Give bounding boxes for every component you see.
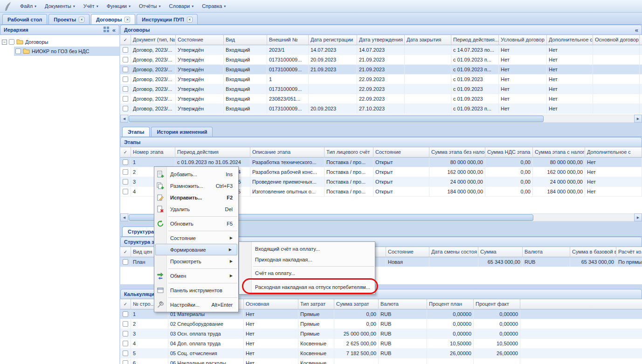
scroll-right-button[interactable]: ▶ — [634, 213, 642, 221]
column-header[interactable]: Описание этапа — [250, 147, 324, 158]
menu-item-toolbar[interactable]: Панель инструментов — [154, 284, 238, 296]
row-checkbox[interactable] — [123, 169, 128, 175]
column-header[interactable]: Сумма НДС этапа — [485, 147, 533, 158]
row-checkbox[interactable] — [123, 341, 128, 346]
calc-row[interactable]: 2 02 Спецоборудование Нет Прямые 0,00 RU… — [120, 319, 642, 329]
contract-row[interactable]: Договор, 2023/... Утверждён Входящий 017… — [120, 104, 642, 114]
select-all-header[interactable]: ✓ — [120, 299, 131, 309]
row-checkbox[interactable] — [123, 159, 128, 165]
column-header[interactable]: Валюта — [379, 299, 427, 309]
column-header[interactable]: Тип затрат — [298, 299, 334, 309]
column-header[interactable]: Процент план — [427, 299, 474, 309]
tab-desktop[interactable]: Рабочий стол — [2, 14, 47, 24]
menu-item-add[interactable]: Добавить... Ins — [154, 168, 238, 180]
calc-row[interactable]: 3 03 Осн. оплата труда Нет Прямые 25 000… — [120, 329, 642, 339]
stage-row[interactable]: 1 с 01.09.2023 по 31.05.2024 Разработка … — [120, 158, 642, 167]
tree-node-selected[interactable]: НИОКР по ГОЗ без НДС — [14, 47, 119, 56]
contract-row[interactable]: Договор, 2023/... Утверждён Входящий 017… — [120, 84, 642, 94]
column-header[interactable]: Расчёт ко... — [616, 247, 642, 257]
select-all-header[interactable]: ✓ — [120, 247, 131, 257]
close-icon[interactable]: × — [187, 17, 193, 22]
menu-item-view[interactable]: Просмотреть ▶ — [154, 255, 238, 267]
close-icon[interactable]: × — [79, 17, 84, 22]
column-header[interactable]: Номер этапа — [131, 147, 175, 158]
menu-item-delete[interactable]: Удалить Del — [154, 203, 238, 215]
contract-row[interactable]: Договор, 2023/... Утверждён Входящий 1 2… — [120, 75, 642, 84]
column-header[interactable]: Сумма в базовой в — [570, 247, 616, 257]
row-checkbox[interactable] — [123, 86, 128, 92]
row-checkbox[interactable] — [123, 189, 128, 194]
calc-row[interactable]: 6 06 Накладные расходы Нет Косвенные — [120, 358, 642, 364]
submenu-item-receipt-note[interactable]: Приходная накладная... — [239, 254, 375, 265]
contract-row[interactable]: Договор, 2023/... Утверждён Входящий 202… — [120, 45, 642, 55]
column-header[interactable]: Дата смены состоя — [429, 247, 478, 257]
scroll-right-button[interactable]: ▶ — [634, 115, 642, 123]
row-checkbox[interactable] — [123, 259, 128, 265]
row-checkbox[interactable] — [123, 106, 128, 111]
tab-instructions[interactable]: Инструкции ПУП × — [137, 14, 197, 24]
menubar-item[interactable]: Словари ▾ — [165, 2, 198, 10]
scrollbar-track[interactable] — [128, 115, 634, 123]
column-header[interactable]: Документ (тип, № — [131, 35, 176, 45]
column-header[interactable]: Сумма затрат — [334, 299, 379, 309]
calc-row[interactable]: 5 05 Соц. отчисления Нет Косвенные 7 182… — [120, 349, 642, 358]
menu-item-state[interactable]: Состояние ▶ — [154, 232, 238, 244]
contract-row[interactable]: Договор, 2023/... Утверждён Входящий 230… — [120, 94, 642, 104]
menu-item-duplicate[interactable]: Размножить... Ctrl+F3 — [154, 180, 238, 192]
tab-stages[interactable]: Этапы — [122, 127, 150, 137]
scrollbar-thumb[interactable] — [129, 116, 544, 122]
column-header[interactable]: Период действия... — [451, 35, 499, 45]
select-all-header[interactable]: ✓ — [120, 35, 131, 45]
column-header[interactable]: Сумма этапа без налогов — [429, 147, 485, 158]
column-header[interactable]: Основная — [244, 299, 298, 309]
node-checkbox[interactable] — [9, 39, 14, 45]
row-checkbox[interactable] — [123, 311, 128, 317]
select-all-header[interactable]: ✓ — [120, 147, 131, 158]
column-header[interactable]: Сумма — [478, 247, 523, 257]
tab-projects[interactable]: Проекты × — [48, 14, 90, 24]
menubar-item[interactable]: Функции ▾ — [103, 2, 135, 10]
menu-item-settings[interactable]: Настройки... Alt+Enter — [154, 299, 238, 310]
row-checkbox[interactable] — [123, 47, 128, 53]
menubar-item[interactable]: Учёт ▾ — [79, 2, 103, 10]
collapse-panel-icon[interactable]: « — [635, 27, 638, 33]
row-checkbox[interactable] — [123, 321, 128, 327]
column-header[interactable]: Дополнительное с — [547, 35, 593, 45]
column-header[interactable]: Период действия — [175, 147, 250, 158]
tree-node-niokr[interactable]: НИОКР по ГОЗ без НДС — [0, 47, 119, 56]
contract-row[interactable]: Договор, 2023/... Утверждён Входящий 017… — [120, 55, 642, 65]
column-header[interactable]: Валюта — [523, 247, 570, 257]
row-checkbox[interactable] — [123, 360, 128, 364]
menubar-item[interactable]: Документы ▾ — [41, 2, 79, 10]
column-header[interactable]: Внешний № — [267, 35, 309, 45]
column-header[interactable]: Тип лицевого счёт — [324, 147, 373, 158]
column-header[interactable]: Состояние — [386, 247, 429, 257]
column-header[interactable]: Сумма этапа с налогами — [533, 147, 585, 158]
collapse-node-icon[interactable]: − — [2, 40, 7, 45]
column-header[interactable]: Дата регистрации — [309, 35, 357, 45]
column-header[interactable]: Дата закрытия — [405, 35, 451, 45]
submenu-item-payment-invoice[interactable]: Счёт на оплату... — [239, 268, 375, 278]
tree-node-contracts[interactable]: − Договоры — [0, 37, 119, 47]
column-header[interactable]: Дата утверждения — [357, 35, 405, 45]
column-header[interactable]: Состояние — [373, 147, 429, 158]
tab-change-history[interactable]: История изменений — [151, 127, 213, 137]
tab-contracts[interactable]: Договоры × — [91, 14, 135, 24]
submenu-item-expense-note[interactable]: Расходная накладная на отпуск потребител… — [239, 281, 375, 293]
row-checkbox[interactable] — [123, 331, 128, 337]
menu-item-refresh[interactable]: Обновить F5 — [154, 218, 238, 229]
scroll-left-button[interactable]: ◀ — [120, 115, 128, 123]
row-checkbox[interactable] — [123, 57, 128, 62]
menubar-item[interactable]: Файл ▾ — [16, 2, 41, 10]
calc-row[interactable]: 4 04 Доп. оплата труда Нет Косвенные 2 6… — [120, 339, 642, 349]
column-header[interactable]: Дополнительное с — [585, 147, 642, 158]
row-checkbox[interactable] — [123, 96, 128, 102]
close-icon[interactable]: × — [124, 17, 130, 22]
submenu-item-incoming-invoice[interactable]: Входящий счёт на оплату... — [239, 243, 375, 254]
column-header[interactable]: Процент факт — [474, 299, 520, 309]
scroll-left-button[interactable]: ◀ — [120, 213, 128, 221]
layout-icon[interactable] — [104, 27, 109, 33]
column-header[interactable]: Основной договор — [593, 35, 640, 45]
menu-item-exchange[interactable]: Обмен ▶ — [154, 270, 238, 282]
column-header[interactable]: Вид — [224, 35, 267, 45]
